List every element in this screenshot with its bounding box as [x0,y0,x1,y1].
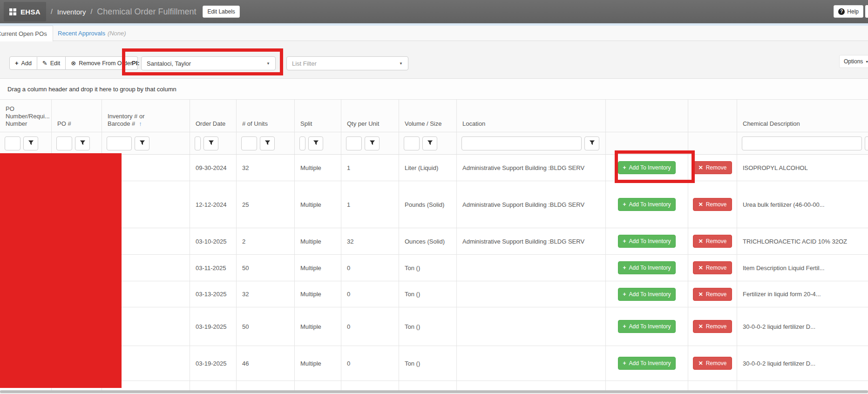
remove-button[interactable]: ✕Remove [693,288,732,301]
plus-icon: + [623,324,626,329]
remove-button[interactable]: ✕Remove [693,320,732,333]
filter-cell-add-action [605,132,688,154]
add-to-inventory-label: Add To Inventory [629,265,671,271]
cell-add-action: +Add To Inventory [605,346,688,380]
column-header-volume-size[interactable]: Volume / Size [399,100,456,132]
filter-menu-button-volume-size[interactable] [422,136,437,150]
plus-icon: + [623,202,626,207]
column-header-remove-action[interactable] [688,100,737,132]
column-header-po-number[interactable]: PO # [51,100,102,132]
scrollbar-thumb[interactable] [0,390,868,393]
page-title: Chemical Order Fulfillment [97,7,196,17]
remove-button[interactable]: ✕Remove [693,198,732,211]
cell-order-date: 03-19-2025 [190,346,236,380]
add-to-inventory-button[interactable]: +Add To Inventory [618,261,676,274]
add-to-inventory-button[interactable]: +Add To Inventory [618,235,676,248]
filter-funnel-icon [28,140,34,147]
cell-remove-action: ✕Remove [688,155,737,181]
column-header-split[interactable]: Split [294,100,341,132]
column-header-line: # of Units [242,120,290,128]
filter-input-inventory-barcode[interactable] [107,136,132,150]
filter-funnel-icon [208,140,214,147]
column-header-location[interactable]: Location [456,100,605,132]
add-to-inventory-button[interactable]: +Add To Inventory [618,288,676,301]
cell-location [456,381,605,390]
horizontal-scrollbar[interactable] [0,390,868,394]
group-by-drop-zone[interactable]: Drag a column header and drop it here to… [0,79,868,100]
column-header-text: Split [300,120,312,127]
filter-menu-button-split[interactable] [308,136,323,150]
filter-input-split[interactable] [299,136,305,150]
breadcrumb-inventory-link[interactable]: Inventory [57,8,86,16]
filter-menu-button-po-number[interactable] [75,136,90,150]
filter-input-order-date[interactable] [195,136,201,150]
filter-input-location[interactable] [461,136,582,150]
cell-chemical-description: TRICHLOROACETIC ACID 10% 32OZ [737,228,868,254]
edit-button[interactable]: ✎ Edit [37,56,66,70]
column-header-line: Qty per Unit [347,120,394,128]
filter-input-num-units[interactable] [241,136,257,150]
tab-current-open-pos[interactable]: Current Open POs [0,26,53,41]
column-header-text: # of Units [242,120,268,127]
filter-menu-button-qty-per-unit[interactable] [365,136,380,150]
app-home-link[interactable]: EHSA [4,2,46,21]
filter-cell-qty-per-unit [341,132,399,154]
add-to-inventory-button[interactable]: +Add To Inventory [618,161,676,174]
help-button[interactable]: ? Help [834,5,863,18]
cell-chemical-description: 30-0-0-2 liquid fertilizer D... [737,346,868,380]
column-header-inventory-barcode[interactable]: Inventory # orBarcode #↑ [102,100,190,132]
remove-from-order-button[interactable]: ⊗ Remove From Order [66,56,138,70]
clipped-button[interactable] [865,5,868,18]
column-header-line: Volume / Size [405,120,452,128]
cell-chemical-description: Fertilizer in liquid form 20-4... [737,281,868,307]
filter-menu-button-location[interactable] [584,136,599,150]
remove-button[interactable]: ✕Remove [693,235,732,248]
filter-menu-button-po-requisition[interactable] [23,136,38,150]
cell-po-number [51,307,102,346]
add-button-label: Add [21,60,32,67]
column-header-num-units[interactable]: # of Units [236,100,294,132]
remove-button-label: Remove [706,238,727,245]
cell-po-number [51,181,102,228]
list-filter-dropdown[interactable]: List Filter ▼ [286,56,408,70]
options-button[interactable]: Options ▼ [839,55,868,68]
tab-recent-approvals-label: Recent Approvals [58,30,105,37]
orders-grid: Drag a column header and drop it here to… [0,78,868,394]
add-to-inventory-button[interactable]: +Add To Inventory [618,198,676,211]
caret-down-icon: ▼ [865,60,868,63]
filter-input-chemical-description[interactable] [742,136,862,150]
remove-button[interactable]: ✕Remove [693,261,732,274]
filter-cell-chemical-description [737,132,868,154]
remove-button[interactable]: ✕Remove [693,357,732,370]
edit-labels-button[interactable]: Edit Labels [203,6,239,18]
filter-cell-split [294,132,341,154]
column-header-text: PO # [57,120,71,127]
breadcrumb-separator: / [51,8,53,15]
help-button-label: Help [847,8,859,15]
column-header-chemical-description[interactable]: Chemical Description [737,100,868,132]
filter-input-po-requisition[interactable] [5,136,20,150]
add-button[interactable]: + Add [9,56,37,70]
filter-input-qty-per-unit[interactable] [346,136,362,150]
column-header-qty-per-unit[interactable]: Qty per Unit [341,100,399,132]
filter-menu-button-num-units[interactable] [260,136,275,150]
column-header-line: Number/Requi... [6,113,47,120]
column-header-order-date[interactable]: Order Date [190,100,236,132]
cell-remove-action: ✕Remove [688,255,737,281]
tab-recent-approvals[interactable]: Recent Approvals (None) [58,26,126,41]
cell-volume-size: Ton () [399,346,456,380]
column-header-add-action[interactable] [605,100,688,132]
pi-dropdown[interactable]: Santaloci, Taylor ▼ [141,56,276,70]
remove-button[interactable]: ✕Remove [693,161,732,174]
apps-grid-icon [9,8,16,15]
filter-menu-button-inventory-barcode[interactable] [135,136,149,150]
add-to-inventory-button[interactable]: +Add To Inventory [618,357,676,370]
filter-input-po-number[interactable] [56,136,72,150]
remove-button-label: Remove [706,265,727,271]
add-to-inventory-button[interactable]: +Add To Inventory [618,320,676,333]
filter-menu-button-chemical-description[interactable] [865,136,868,150]
filter-menu-button-order-date[interactable] [203,136,218,150]
filter-input-volume-size[interactable] [404,136,420,150]
column-header-po-requisition[interactable]: PONumber/Requi...Number [0,100,51,132]
column-header-text: Inventory # or [108,113,145,120]
